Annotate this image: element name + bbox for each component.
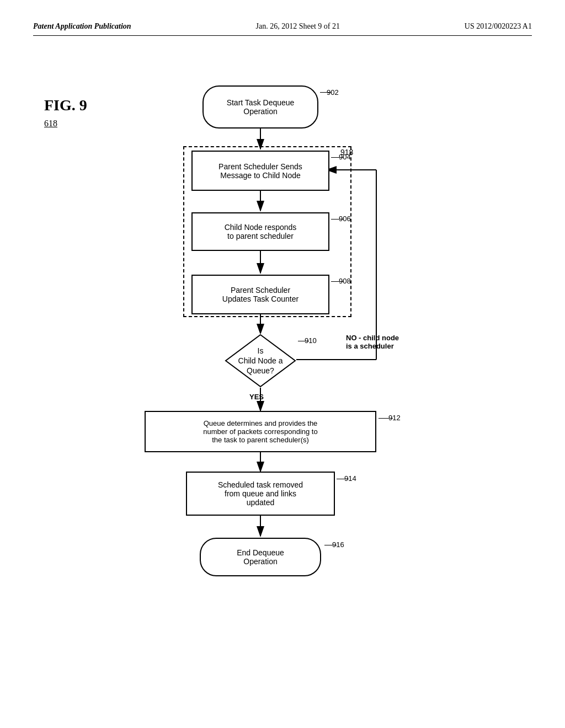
node-908: Parent SchedulerUpdates Task Counter xyxy=(191,275,329,314)
node-914: Scheduled task removedfrom queue and lin… xyxy=(186,472,335,516)
node-910-label: IsChild Node aQueue? xyxy=(238,346,283,376)
no-label: NO - child nodeis a scheduler xyxy=(346,334,399,350)
yes-label: YES xyxy=(249,393,264,401)
flowchart-diagram: 918 Start Task DequeueOperation 902 Pare… xyxy=(89,69,476,676)
node-916: End DequeueOperation xyxy=(200,538,321,576)
node-906-label: Child Node respondsto parent scheduler xyxy=(225,223,297,240)
node-916-label: End DequeueOperation xyxy=(237,548,284,566)
node-908-label: Parent SchedulerUpdates Task Counter xyxy=(222,286,299,303)
node-906: Child Node respondsto parent scheduler xyxy=(191,212,329,251)
header-center: Jan. 26, 2012 Sheet 9 of 21 xyxy=(256,22,340,31)
fig-label: FIG. 9 xyxy=(44,97,87,114)
node-902-label: Start Task DequeueOperation xyxy=(227,98,295,116)
node-904: Parent Scheduler SendsMessage to Child N… xyxy=(191,151,329,191)
header-left: Patent Application Publication xyxy=(33,22,131,31)
node-910: IsChild Node aQueue? xyxy=(225,334,296,388)
page-header: Patent Application Publication Jan. 26, … xyxy=(33,22,532,36)
node-912-label: Queue determines and provides thenumber … xyxy=(203,419,317,444)
header-right: US 2012/0020223 A1 xyxy=(465,22,532,31)
fig-ref: 618 xyxy=(44,119,57,129)
node-912: Queue determines and provides thenumber … xyxy=(145,411,376,452)
node-914-label: Scheduled task removedfrom queue and lin… xyxy=(218,480,303,507)
node-902: Start Task DequeueOperation xyxy=(202,85,318,129)
page: Patent Application Publication Jan. 26, … xyxy=(0,0,565,728)
node-904-label: Parent Scheduler SendsMessage to Child N… xyxy=(218,162,302,180)
